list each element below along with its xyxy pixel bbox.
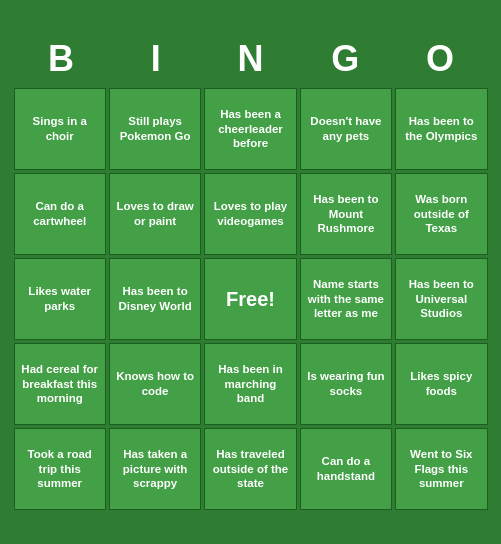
bingo-grid: Sings in a choirStill plays Pokemon GoHa… xyxy=(14,88,488,510)
bingo-cell-text-10: Likes water parks xyxy=(19,284,101,314)
bingo-cell-20[interactable]: Took a road trip this summer xyxy=(14,428,106,510)
bingo-cell-text-7: Loves to play videogames xyxy=(209,199,291,229)
bingo-cell-22[interactable]: Has traveled outside of the state xyxy=(204,428,296,510)
bingo-cell-11[interactable]: Has been to Disney World xyxy=(109,258,201,340)
bingo-cell-5[interactable]: Can do a cartwheel xyxy=(14,173,106,255)
bingo-cell-text-8: Has been to Mount Rushmore xyxy=(305,192,387,237)
bingo-cell-24[interactable]: Went to Six Flags this summer xyxy=(395,428,487,510)
bingo-cell-text-9: Was born outside of Texas xyxy=(400,192,482,237)
bingo-cell-text-0: Sings in a choir xyxy=(19,114,101,144)
bingo-cell-text-15: Had cereal for breakfast this morning xyxy=(19,362,101,407)
bingo-cell-text-2: Has been a cheerleader before xyxy=(209,107,291,152)
letter-n: N xyxy=(203,34,298,84)
bingo-cell-text-4: Has been to the Olympics xyxy=(400,114,482,144)
bingo-cell-2[interactable]: Has been a cheerleader before xyxy=(204,88,296,170)
bingo-header: B I N G O xyxy=(14,34,488,84)
bingo-cell-7[interactable]: Loves to play videogames xyxy=(204,173,296,255)
bingo-cell-text-14: Has been to Universal Studios xyxy=(400,277,482,322)
bingo-cell-text-23: Can do a handstand xyxy=(305,454,387,484)
bingo-cell-6[interactable]: Loves to draw or paint xyxy=(109,173,201,255)
bingo-cell-text-18: Is wearing fun socks xyxy=(305,369,387,399)
bingo-cell-text-12: Free! xyxy=(226,286,275,312)
bingo-cell-9[interactable]: Was born outside of Texas xyxy=(395,173,487,255)
bingo-cell-text-13: Name starts with the same letter as me xyxy=(305,277,387,322)
bingo-cell-text-17: Has been in marching band xyxy=(209,362,291,407)
bingo-cell-4[interactable]: Has been to the Olympics xyxy=(395,88,487,170)
bingo-cell-1[interactable]: Still plays Pokemon Go xyxy=(109,88,201,170)
bingo-cell-text-19: Likes spicy foods xyxy=(400,369,482,399)
bingo-cell-19[interactable]: Likes spicy foods xyxy=(395,343,487,425)
bingo-cell-text-24: Went to Six Flags this summer xyxy=(400,447,482,492)
letter-i: I xyxy=(108,34,203,84)
bingo-cell-3[interactable]: Doesn't have any pets xyxy=(300,88,392,170)
bingo-card: B I N G O Sings in a choirStill plays Po… xyxy=(6,26,496,518)
bingo-cell-0[interactable]: Sings in a choir xyxy=(14,88,106,170)
bingo-cell-text-11: Has been to Disney World xyxy=(114,284,196,314)
bingo-cell-18[interactable]: Is wearing fun socks xyxy=(300,343,392,425)
bingo-cell-text-20: Took a road trip this summer xyxy=(19,447,101,492)
bingo-cell-10[interactable]: Likes water parks xyxy=(14,258,106,340)
bingo-cell-15[interactable]: Had cereal for breakfast this morning xyxy=(14,343,106,425)
bingo-cell-text-6: Loves to draw or paint xyxy=(114,199,196,229)
bingo-cell-14[interactable]: Has been to Universal Studios xyxy=(395,258,487,340)
bingo-cell-text-5: Can do a cartwheel xyxy=(19,199,101,229)
letter-b: B xyxy=(14,34,109,84)
bingo-cell-12[interactable]: Free! xyxy=(204,258,296,340)
bingo-cell-text-1: Still plays Pokemon Go xyxy=(114,114,196,144)
bingo-cell-16[interactable]: Knows how to code xyxy=(109,343,201,425)
bingo-cell-text-22: Has traveled outside of the state xyxy=(209,447,291,492)
bingo-cell-8[interactable]: Has been to Mount Rushmore xyxy=(300,173,392,255)
bingo-cell-text-21: Has taken a picture with scrappy xyxy=(114,447,196,492)
letter-o: O xyxy=(393,34,488,84)
bingo-cell-13[interactable]: Name starts with the same letter as me xyxy=(300,258,392,340)
bingo-cell-21[interactable]: Has taken a picture with scrappy xyxy=(109,428,201,510)
letter-g: G xyxy=(298,34,393,84)
bingo-cell-17[interactable]: Has been in marching band xyxy=(204,343,296,425)
bingo-cell-23[interactable]: Can do a handstand xyxy=(300,428,392,510)
bingo-cell-text-16: Knows how to code xyxy=(114,369,196,399)
bingo-cell-text-3: Doesn't have any pets xyxy=(305,114,387,144)
